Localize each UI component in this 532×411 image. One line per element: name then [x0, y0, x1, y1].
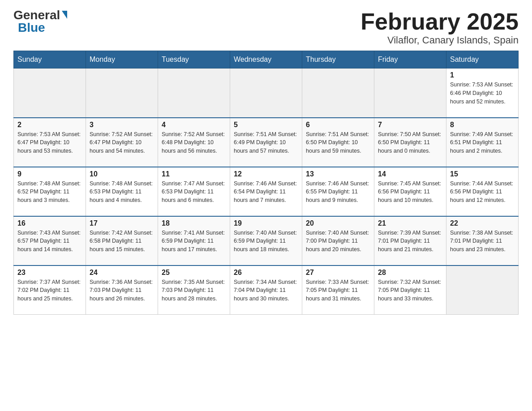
main-title: February 2025 [360, 9, 519, 34]
day-number: 14 [378, 170, 442, 178]
day-info: Sunrise: 7:50 AM Sunset: 6:50 PM Dayligh… [378, 130, 442, 155]
day-info: Sunrise: 7:45 AM Sunset: 6:56 PM Dayligh… [378, 180, 442, 205]
calendar-header-row: SundayMondayTuesdayWednesdayThursdayFrid… [14, 51, 519, 68]
day-info: Sunrise: 7:32 AM Sunset: 7:05 PM Dayligh… [378, 278, 442, 303]
day-info: Sunrise: 7:33 AM Sunset: 7:05 PM Dayligh… [306, 278, 370, 303]
calendar-cell: 20Sunrise: 7:40 AM Sunset: 7:00 PM Dayli… [302, 216, 374, 265]
day-header-thursday: Thursday [302, 51, 374, 68]
day-number: 5 [234, 121, 298, 129]
day-number: 23 [17, 269, 82, 277]
day-number: 11 [162, 170, 226, 178]
calendar-cell: 22Sunrise: 7:38 AM Sunset: 7:01 PM Dayli… [446, 216, 519, 265]
calendar-cell: 10Sunrise: 7:48 AM Sunset: 6:53 PM Dayli… [86, 167, 158, 216]
calendar-cell: 15Sunrise: 7:44 AM Sunset: 6:56 PM Dayli… [446, 167, 519, 216]
logo-general-text: General [13, 9, 60, 21]
day-info: Sunrise: 7:36 AM Sunset: 7:03 PM Dayligh… [90, 278, 154, 303]
logo-blue-text: Blue [18, 21, 45, 34]
day-number: 3 [90, 121, 154, 129]
day-number: 24 [90, 269, 154, 277]
calendar-cell: 5Sunrise: 7:51 AM Sunset: 6:49 PM Daylig… [230, 118, 302, 167]
day-number: 27 [306, 269, 370, 277]
day-info: Sunrise: 7:53 AM Sunset: 6:46 PM Dayligh… [450, 81, 515, 106]
calendar-cell: 27Sunrise: 7:33 AM Sunset: 7:05 PM Dayli… [302, 265, 374, 315]
day-header-saturday: Saturday [446, 51, 519, 68]
day-number: 12 [234, 170, 298, 178]
calendar-cell: 18Sunrise: 7:41 AM Sunset: 6:59 PM Dayli… [158, 216, 230, 265]
calendar-cell [230, 68, 302, 118]
calendar-cell [86, 68, 158, 118]
calendar-week-row: 23Sunrise: 7:37 AM Sunset: 7:02 PM Dayli… [14, 265, 519, 315]
calendar-cell: 3Sunrise: 7:52 AM Sunset: 6:47 PM Daylig… [86, 118, 158, 167]
calendar-week-row: 16Sunrise: 7:43 AM Sunset: 6:57 PM Dayli… [14, 216, 519, 265]
day-info: Sunrise: 7:46 AM Sunset: 6:55 PM Dayligh… [306, 180, 370, 205]
day-header-sunday: Sunday [14, 51, 86, 68]
day-info: Sunrise: 7:51 AM Sunset: 6:50 PM Dayligh… [306, 130, 370, 155]
day-number: 17 [90, 219, 154, 227]
day-info: Sunrise: 7:44 AM Sunset: 6:56 PM Dayligh… [450, 180, 515, 205]
calendar-cell [374, 68, 446, 118]
calendar-week-row: 2Sunrise: 7:53 AM Sunset: 6:47 PM Daylig… [14, 118, 519, 167]
day-number: 6 [306, 121, 370, 129]
day-info: Sunrise: 7:52 AM Sunset: 6:48 PM Dayligh… [162, 130, 226, 155]
page-header: General Blue February 2025 Vilaflor, Can… [13, 9, 519, 46]
day-header-tuesday: Tuesday [158, 51, 230, 68]
calendar-cell: 7Sunrise: 7:50 AM Sunset: 6:50 PM Daylig… [374, 118, 446, 167]
calendar-cell: 9Sunrise: 7:48 AM Sunset: 6:52 PM Daylig… [14, 167, 86, 216]
calendar-cell: 12Sunrise: 7:46 AM Sunset: 6:54 PM Dayli… [230, 167, 302, 216]
day-header-friday: Friday [374, 51, 446, 68]
day-header-monday: Monday [86, 51, 158, 68]
calendar-cell: 26Sunrise: 7:34 AM Sunset: 7:04 PM Dayli… [230, 265, 302, 315]
logo-triangle-icon [62, 11, 67, 19]
calendar-cell [446, 265, 519, 315]
day-number: 13 [306, 170, 370, 178]
day-info: Sunrise: 7:51 AM Sunset: 6:49 PM Dayligh… [234, 130, 298, 155]
day-info: Sunrise: 7:34 AM Sunset: 7:04 PM Dayligh… [234, 278, 298, 303]
day-number: 16 [17, 219, 82, 227]
calendar-cell: 24Sunrise: 7:36 AM Sunset: 7:03 PM Dayli… [86, 265, 158, 315]
day-number: 20 [306, 219, 370, 227]
calendar-cell: 23Sunrise: 7:37 AM Sunset: 7:02 PM Dayli… [14, 265, 86, 315]
day-number: 2 [17, 121, 82, 129]
calendar-cell: 28Sunrise: 7:32 AM Sunset: 7:05 PM Dayli… [374, 265, 446, 315]
day-number: 19 [234, 219, 298, 227]
day-info: Sunrise: 7:39 AM Sunset: 7:01 PM Dayligh… [378, 229, 442, 254]
day-number: 7 [378, 121, 442, 129]
calendar-cell: 4Sunrise: 7:52 AM Sunset: 6:48 PM Daylig… [158, 118, 230, 167]
calendar-week-row: 9Sunrise: 7:48 AM Sunset: 6:52 PM Daylig… [14, 167, 519, 216]
day-info: Sunrise: 7:41 AM Sunset: 6:59 PM Dayligh… [162, 229, 226, 254]
calendar-cell: 25Sunrise: 7:35 AM Sunset: 7:03 PM Dayli… [158, 265, 230, 315]
day-info: Sunrise: 7:42 AM Sunset: 6:58 PM Dayligh… [90, 229, 154, 254]
day-info: Sunrise: 7:48 AM Sunset: 6:53 PM Dayligh… [90, 180, 154, 205]
day-info: Sunrise: 7:37 AM Sunset: 7:02 PM Dayligh… [17, 278, 82, 303]
calendar-cell: 2Sunrise: 7:53 AM Sunset: 6:47 PM Daylig… [14, 118, 86, 167]
calendar-cell: 13Sunrise: 7:46 AM Sunset: 6:55 PM Dayli… [302, 167, 374, 216]
day-number: 21 [378, 219, 442, 227]
calendar-cell: 1Sunrise: 7:53 AM Sunset: 6:46 PM Daylig… [446, 68, 519, 118]
day-info: Sunrise: 7:49 AM Sunset: 6:51 PM Dayligh… [450, 130, 515, 155]
day-info: Sunrise: 7:53 AM Sunset: 6:47 PM Dayligh… [17, 130, 82, 155]
day-info: Sunrise: 7:52 AM Sunset: 6:47 PM Dayligh… [90, 130, 154, 155]
calendar-cell: 11Sunrise: 7:47 AM Sunset: 6:53 PM Dayli… [158, 167, 230, 216]
day-header-wednesday: Wednesday [230, 51, 302, 68]
day-info: Sunrise: 7:43 AM Sunset: 6:57 PM Dayligh… [17, 229, 82, 254]
title-block: February 2025 Vilaflor, Canary Islands, … [360, 9, 519, 46]
day-info: Sunrise: 7:35 AM Sunset: 7:03 PM Dayligh… [162, 278, 226, 303]
day-number: 28 [378, 269, 442, 277]
day-number: 22 [450, 219, 515, 227]
calendar-cell [158, 68, 230, 118]
calendar-cell: 19Sunrise: 7:40 AM Sunset: 6:59 PM Dayli… [230, 216, 302, 265]
calendar-week-row: 1Sunrise: 7:53 AM Sunset: 6:46 PM Daylig… [14, 68, 519, 118]
subtitle: Vilaflor, Canary Islands, Spain [360, 34, 519, 46]
calendar-cell: 16Sunrise: 7:43 AM Sunset: 6:57 PM Dayli… [14, 216, 86, 265]
day-info: Sunrise: 7:40 AM Sunset: 7:00 PM Dayligh… [306, 229, 370, 254]
calendar-cell: 8Sunrise: 7:49 AM Sunset: 6:51 PM Daylig… [446, 118, 519, 167]
day-number: 25 [162, 269, 226, 277]
calendar-cell [14, 68, 86, 118]
day-number: 8 [450, 121, 515, 129]
day-info: Sunrise: 7:46 AM Sunset: 6:54 PM Dayligh… [234, 180, 298, 205]
calendar-cell [302, 68, 374, 118]
day-number: 26 [234, 269, 298, 277]
day-number: 15 [450, 170, 515, 178]
day-info: Sunrise: 7:48 AM Sunset: 6:52 PM Dayligh… [17, 180, 82, 205]
calendar-table: SundayMondayTuesdayWednesdayThursdayFrid… [13, 51, 519, 315]
